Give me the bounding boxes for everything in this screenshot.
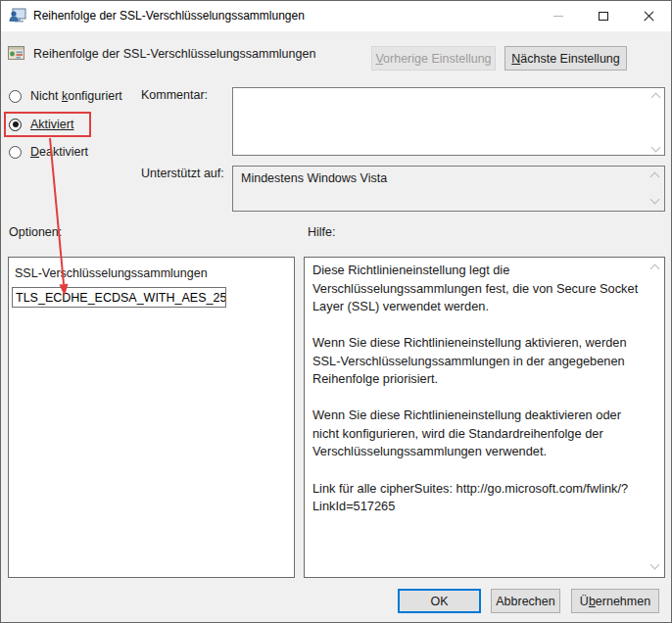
- help-panel: Diese Richtlinieneinstellung legt die Ve…: [304, 257, 665, 578]
- previous-setting-button[interactable]: Vorherige Einstellung: [371, 46, 496, 71]
- header-title: Reihenfolge der SSL-Verschlüsselungssamm…: [33, 47, 315, 61]
- radio-label: Nicht konfiguriert: [30, 89, 122, 103]
- comment-label: Kommentar:: [141, 88, 208, 102]
- cipher-suites-field-label: SSL-Verschlüsselungssammlungen: [15, 266, 208, 280]
- radio-circle-icon: [9, 90, 22, 103]
- radio-disabled[interactable]: Deaktiviert: [9, 145, 88, 159]
- policy-setting-dialog: Reihenfolge der SSL-Verschlüsselungssamm…: [0, 0, 672, 623]
- radio-enabled[interactable]: Aktiviert: [9, 118, 73, 131]
- group-policy-monitor-icon: [9, 8, 26, 28]
- scroll-up-icon[interactable]: [650, 264, 660, 274]
- maximize-square-icon: [599, 12, 608, 21]
- scroll-down-icon: [650, 195, 660, 205]
- radio-label: Aktiviert: [30, 118, 73, 131]
- maximize-button[interactable]: [581, 1, 626, 31]
- radio-circle-icon: [9, 146, 22, 159]
- supported-on-box: Mindestens Windows Vista: [232, 166, 665, 212]
- close-button[interactable]: [626, 1, 671, 31]
- supported-on-label: Unterstützt auf:: [141, 167, 224, 180]
- radio-not-configured[interactable]: Nicht konfiguriert: [9, 89, 122, 103]
- minimize-dash-icon: [553, 16, 563, 17]
- cipher-suites-input[interactable]: [12, 287, 226, 308]
- next-setting-button[interactable]: Nächste Einstellung: [504, 46, 627, 71]
- scroll-down-icon[interactable]: [650, 560, 660, 570]
- close-x-icon: [643, 10, 655, 23]
- scroll-up-icon: [650, 172, 660, 182]
- radio-label: Deaktiviert: [30, 145, 88, 159]
- ok-button[interactable]: OK: [398, 589, 481, 613]
- comment-textarea[interactable]: [232, 87, 665, 156]
- radio-circle-icon: [9, 119, 22, 131]
- minimize-button[interactable]: [536, 1, 581, 31]
- cancel-button[interactable]: Abbrechen: [491, 589, 560, 613]
- help-label: Hilfe:: [308, 225, 335, 239]
- supported-on-value: Mindestens Windows Vista: [241, 171, 387, 185]
- window-title: Reihenfolge der SSL-Verschlüsselungssamm…: [33, 1, 305, 31]
- options-label: Optionen:: [9, 225, 62, 239]
- titlebar: Reihenfolge der SSL-Verschlüsselungssamm…: [1, 1, 671, 31]
- help-text: Diese Richtlinieneinstellung legt die Ve…: [312, 262, 644, 516]
- caption-buttons: [536, 1, 671, 31]
- apply-button[interactable]: Übernehmen: [571, 589, 659, 613]
- options-panel: SSL-Verschlüsselungssammlungen: [8, 257, 295, 578]
- policy-setting-icon: [8, 45, 24, 65]
